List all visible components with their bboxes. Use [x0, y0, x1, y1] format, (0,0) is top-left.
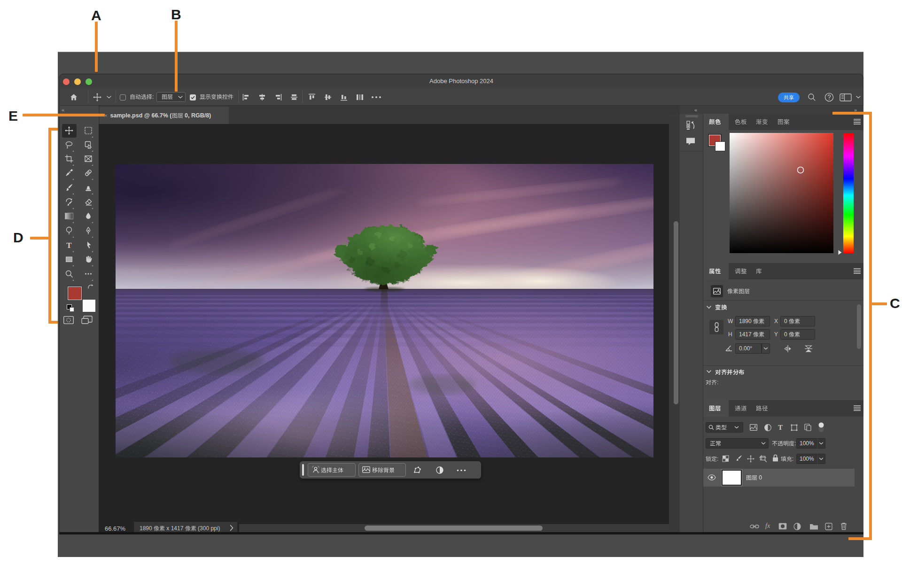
- svg-text:T: T: [66, 241, 72, 249]
